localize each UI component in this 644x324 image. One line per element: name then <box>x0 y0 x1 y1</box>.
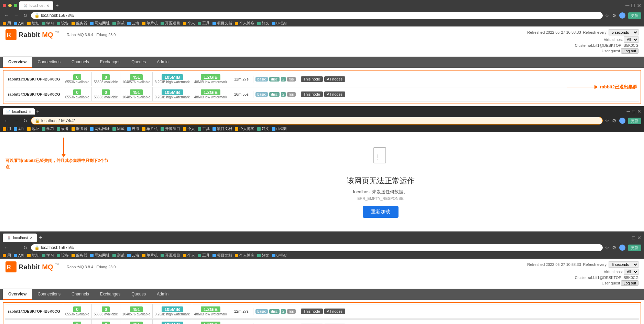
bot-bm-wangzhan[interactable]: 网站网址 <box>90 253 110 258</box>
extensions-icon[interactable]: ⚙ <box>612 13 616 18</box>
mid-bm-kaiyuan[interactable]: 开源项目 <box>161 126 180 131</box>
bookmark-fuwuqi[interactable]: 服务器 <box>72 21 87 26</box>
bot-bm-geren[interactable]: 个人 <box>183 253 195 258</box>
bottom-update-btn[interactable]: 更新 <box>628 245 641 251</box>
middle-tab-close[interactable]: ✕ <box>29 110 31 114</box>
middle-profile[interactable] <box>619 118 625 124</box>
bottom-tab-channels[interactable]: Channels <box>66 289 95 300</box>
bottom-tab-queues[interactable]: Queues <box>126 289 151 300</box>
bottom-maximize[interactable]: □ <box>632 235 635 240</box>
mid-bm-haowem[interactable]: 好文 <box>257 126 269 131</box>
bottom-refresh-select[interactable]: 5 seconds 10 seconds <box>609 261 638 268</box>
middle-refresh[interactable]: ↻ <box>22 117 29 124</box>
bottom-vhost-select[interactable]: All <box>624 269 638 275</box>
forward-btn[interactable]: → <box>12 12 20 19</box>
profile-icon[interactable] <box>619 12 625 19</box>
bottom-tab-overview[interactable]: Overview <box>3 289 32 300</box>
bottom-tab-admin[interactable]: Admin <box>151 289 174 300</box>
bot-bm-kaiyuan[interactable]: 开源项目 <box>161 253 180 258</box>
top-address-bar[interactable]: 🔒 localhost:15673/#/ <box>31 12 603 19</box>
middle-maximize[interactable]: □ <box>632 109 635 114</box>
tab-channels[interactable]: Channels <box>66 57 95 68</box>
middle-ext[interactable]: ⚙ <box>612 118 616 123</box>
middle-star[interactable]: ☆ <box>605 118 609 123</box>
bookmark-haowem[interactable]: 好文 <box>257 21 269 26</box>
bookmark-xiangmu[interactable]: 项目文档 <box>212 21 232 26</box>
bookmark-xuexi[interactable]: 学习 <box>42 21 54 26</box>
reload-btn[interactable]: 重新加载 <box>363 206 399 218</box>
close-window-icon[interactable]: ✕ <box>637 2 641 9</box>
bottom-profile[interactable] <box>619 245 625 251</box>
maximize-icon[interactable]: □ <box>631 2 635 9</box>
mid-bm-xuexi[interactable]: 学习 <box>42 126 54 131</box>
bot-bm-fuwuqi[interactable]: 服务器 <box>72 253 87 258</box>
tab-exchanges[interactable]: Exchanges <box>95 57 126 68</box>
mid-bm-danpianji[interactable]: 单片机 <box>142 126 158 131</box>
mid-bm-ceshi[interactable]: 测试 <box>112 126 124 131</box>
bot-thisnode-1[interactable]: This node <box>301 309 323 314</box>
new-tab-btn[interactable]: + <box>55 2 58 9</box>
mid-bm-xiangmu[interactable]: 项目文档 <box>212 126 232 131</box>
bottom-new-tab[interactable]: + <box>39 235 42 241</box>
bottom-forward[interactable]: → <box>12 244 20 251</box>
bottom-tab[interactable]: 🐰 localhost ✕ <box>3 234 37 242</box>
tab-close-icon[interactable]: ✕ <box>46 4 49 8</box>
bottom-tab-exchanges[interactable]: Exchanges <box>95 289 126 300</box>
bot-bm-yong[interactable]: 用 <box>3 253 11 258</box>
tab-admin[interactable]: Admin <box>151 57 174 68</box>
bookmark-yunhai[interactable]: 云海 <box>127 21 139 26</box>
bookmark-yong[interactable]: 用 <box>3 21 11 26</box>
back-btn[interactable]: ← <box>3 12 10 19</box>
bookmark-geren[interactable]: 个人 <box>183 21 195 26</box>
bot-bm-shebei[interactable]: 设备 <box>57 253 69 258</box>
bot-bm-ceshi[interactable]: 测试 <box>112 253 124 258</box>
allnodes-btn-2[interactable]: All nodes <box>324 91 345 97</box>
bottom-minimize[interactable]: ─ <box>627 235 630 240</box>
mid-bm-fuwuqi[interactable]: 服务器 <box>72 126 87 131</box>
bottom-ext[interactable]: ⚙ <box>612 245 616 250</box>
middle-back[interactable]: ← <box>3 117 10 124</box>
star-icon[interactable]: ☆ <box>605 13 609 18</box>
bot-allnodes-1[interactable]: All nodes <box>324 309 345 314</box>
mid-bm-boke[interactable]: 个人博客 <box>235 126 254 131</box>
bookmark-wangzhan[interactable]: 网站网址 <box>90 21 110 26</box>
bookmark-gongju[interactable]: 工具 <box>198 21 210 26</box>
mid-bm-wangzhan[interactable]: 网站网址 <box>90 126 110 131</box>
mid-bm-geren[interactable]: 个人 <box>183 126 195 131</box>
active-browser-tab[interactable]: 🐰 localhost ✕ <box>19 1 53 10</box>
mid-bm-api[interactable]: API <box>14 127 24 131</box>
middle-minimize[interactable]: ─ <box>627 109 630 114</box>
bottom-tab-close[interactable]: ✕ <box>30 236 33 240</box>
middle-address-bar[interactable]: 🔒 localhost:15674/#/ <box>31 117 603 125</box>
mid-bm-ui[interactable]: ui框架 <box>272 126 287 131</box>
tab-connections[interactable]: Connections <box>32 57 66 68</box>
bot-bm-danpianji[interactable]: 单片机 <box>142 253 158 258</box>
middle-new-tab[interactable]: + <box>36 108 39 115</box>
logout-btn[interactable]: Log out <box>621 48 638 54</box>
update-btn[interactable]: 更新 <box>628 12 641 19</box>
thisnode-btn-2[interactable]: This node <box>301 91 323 97</box>
bottom-refresh[interactable]: ↻ <box>22 244 29 251</box>
mid-bm-yunhai[interactable]: 云海 <box>127 126 139 131</box>
bookmark-ui[interactable]: ui框架 <box>272 21 287 26</box>
bottom-address-bar[interactable]: 🔒 localhost:15675/#/ <box>31 244 603 251</box>
mid-bm-dizhi[interactable]: 地址 <box>27 126 39 131</box>
allnodes-btn-1[interactable]: All nodes <box>324 76 345 82</box>
refresh-btn[interactable]: ↻ <box>22 12 29 19</box>
bookmark-boke[interactable]: 个人博客 <box>235 21 254 26</box>
mid-bm-gongju[interactable]: 工具 <box>198 126 210 131</box>
bot-bm-gongju[interactable]: 工具 <box>198 253 210 258</box>
bottom-tab-connections[interactable]: Connections <box>32 289 66 300</box>
bookmark-shebei[interactable]: 设备 <box>57 21 69 26</box>
thisnode-btn-1[interactable]: This node <box>301 76 323 82</box>
bot-bm-haowem[interactable]: 好文 <box>257 253 269 258</box>
bookmark-ceshi[interactable]: 测试 <box>112 21 124 26</box>
bottom-star[interactable]: ☆ <box>605 245 609 250</box>
tab-overview[interactable]: Overview <box>3 57 32 68</box>
bookmark-api[interactable]: API <box>14 21 24 25</box>
bookmark-dizhi[interactable]: 地址 <box>27 21 39 26</box>
bookmark-kaiyuan[interactable]: 开源项目 <box>161 21 180 26</box>
middle-close[interactable]: ✕ <box>637 109 641 114</box>
bot-bm-xiangmu[interactable]: 项目文档 <box>212 253 232 258</box>
bottom-back[interactable]: ← <box>3 244 10 251</box>
